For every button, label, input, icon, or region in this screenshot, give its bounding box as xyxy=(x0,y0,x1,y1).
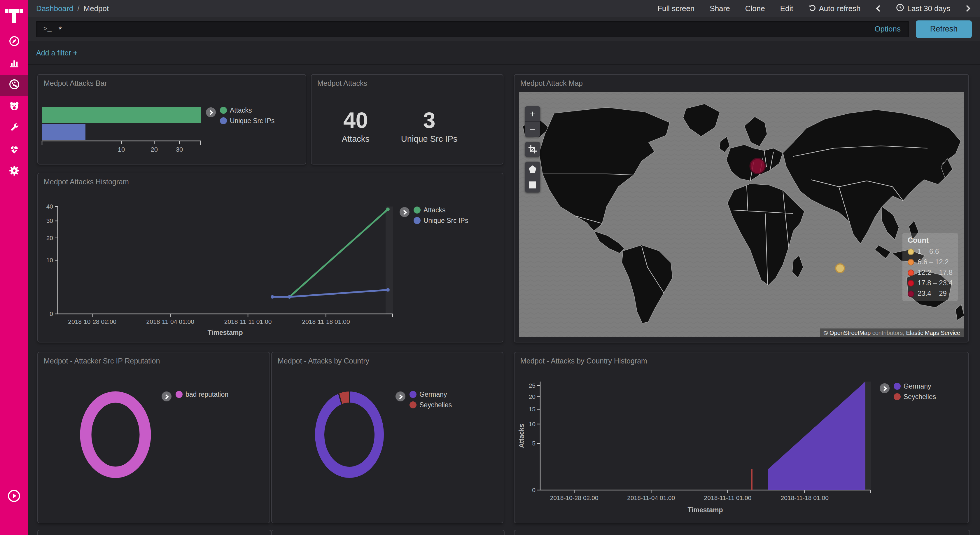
svg-text:25: 25 xyxy=(529,382,536,389)
legend-item[interactable]: Unique Src IPs xyxy=(220,117,274,124)
bear-icon xyxy=(8,100,20,115)
attacks-line-chart: 0102030402018-10-28 02:002018-11-04 01:0… xyxy=(38,173,504,346)
svg-text:15: 15 xyxy=(529,406,536,412)
svg-text:20: 20 xyxy=(46,234,53,241)
sidebar-items xyxy=(0,32,28,183)
panel-medpot-attacks-histogram: Medpot Attacks Histogram 0102030402018-1… xyxy=(37,173,503,342)
time-forward-button[interactable] xyxy=(966,5,970,12)
svg-text:5: 5 xyxy=(532,440,536,447)
clone-button[interactable]: Clone xyxy=(745,4,765,13)
svg-text:20: 20 xyxy=(529,393,536,400)
legend-item[interactable]: Unique Src IPs xyxy=(414,217,468,224)
add-filter-link[interactable]: Add a filter + xyxy=(36,48,78,57)
panel-below-fold xyxy=(514,530,970,535)
legend-item[interactable]: bad reputation xyxy=(176,391,228,398)
legend-item[interactable]: Attacks xyxy=(414,207,468,213)
legend-toggle-icon[interactable] xyxy=(206,107,216,117)
legend-toggle-icon[interactable] xyxy=(399,207,409,217)
sidebar-item-visualize[interactable] xyxy=(0,53,28,75)
legend-item[interactable]: Germany xyxy=(409,391,452,398)
fit-data-bounds-icon[interactable] xyxy=(525,142,540,157)
legend-toggle-icon[interactable] xyxy=(396,392,406,401)
attribution-link[interactable]: © OpenStreetMap xyxy=(824,330,871,336)
kibana-dashboard: Dashboard / Medpot Full screen Share Clo… xyxy=(0,0,980,535)
svg-text:2018-11-11 01:00: 2018-11-11 01:00 xyxy=(224,318,272,325)
sidebar-item-dev-tools[interactable] xyxy=(0,118,28,139)
breadcrumb-dashboard-link[interactable]: Dashboard xyxy=(36,4,73,13)
plus-icon: + xyxy=(73,48,78,57)
legend-color-dot xyxy=(409,401,417,408)
map-legend-item: 23.4 – 29 xyxy=(908,289,953,298)
legend-item[interactable]: Seychelles xyxy=(409,401,452,408)
search-input[interactable]: >_ * Options xyxy=(36,21,909,37)
sidebar-collapse-toggle[interactable] xyxy=(0,487,28,505)
panel-country-histogram: Medpot - Attacks by Country Histogram 05… xyxy=(514,352,969,523)
sidebar-item-dashboard[interactable] xyxy=(0,75,28,96)
legend-color-dot xyxy=(894,393,900,400)
sidebar-item-monitoring[interactable] xyxy=(0,139,28,161)
sidebar-item-t-pot[interactable] xyxy=(0,96,28,118)
svg-text:40: 40 xyxy=(46,203,53,210)
svg-text:10: 10 xyxy=(118,146,125,153)
legend-color-dot xyxy=(894,383,900,390)
chart-legend: AttacksUnique Src IPs xyxy=(399,207,468,224)
draw-polygon-icon[interactable] xyxy=(525,162,540,177)
auto-refresh-button[interactable]: Auto-refresh xyxy=(808,4,861,13)
attack-bubble-seychelles[interactable] xyxy=(835,264,845,272)
legend-color-dot xyxy=(220,117,227,124)
bar-chart-icon xyxy=(8,57,20,71)
metric-unique-src-ips: 3 Unique Src IPs xyxy=(401,109,457,143)
zoom-in-button[interactable]: + xyxy=(525,106,540,121)
sidebar-item-discover[interactable] xyxy=(0,32,28,53)
svg-text:Timestamp: Timestamp xyxy=(207,329,243,336)
legend-toggle-icon[interactable] xyxy=(162,392,172,401)
panel-src-ip-reputation: Medpot - Attacker Src IP Reputation bad … xyxy=(37,352,270,523)
nav-actions: Full screen Share Clone Edit Auto-refres… xyxy=(657,3,980,13)
metric-attacks: 40 Attacks xyxy=(342,109,369,143)
legend-item[interactable]: Germany xyxy=(894,383,936,390)
panel-medpot-attack-map: Medpot Attack Map xyxy=(514,74,969,342)
legend-toggle-icon[interactable] xyxy=(880,383,889,393)
heartbeat-icon xyxy=(8,143,20,158)
sidebar-item-management[interactable] xyxy=(0,161,28,183)
svg-text:2018-10-28 02:00: 2018-10-28 02:00 xyxy=(68,318,116,325)
legend-item[interactable]: Seychelles xyxy=(894,393,936,400)
chart-legend: bad reputation xyxy=(162,391,228,401)
map-legend-item: 6.6 – 12.2 xyxy=(908,258,953,266)
query-options-link[interactable]: Options xyxy=(874,24,900,33)
map-controls: + − xyxy=(525,106,540,193)
telekom-t-logo[interactable] xyxy=(0,0,28,32)
refresh-button[interactable]: Refresh xyxy=(916,20,972,38)
svg-text:2018-11-18 01:00: 2018-11-18 01:00 xyxy=(302,318,350,325)
map-legend-item: 12.2 – 17.8 xyxy=(908,268,953,277)
panel-title[interactable]: Medpot Attack Map xyxy=(520,80,583,88)
svg-text:2018-11-04 01:00: 2018-11-04 01:00 xyxy=(627,494,675,501)
panel-medpot-attacks-bar: Medpot Attacks Bar 102030 AttacksUnique … xyxy=(37,74,306,164)
svg-text:2018-11-18 01:00: 2018-11-18 01:00 xyxy=(781,494,829,501)
breadcrumb-separator: / xyxy=(77,4,80,13)
svg-text:20: 20 xyxy=(151,146,158,153)
query-value[interactable]: * xyxy=(59,24,875,33)
chart-legend: AttacksUnique Src IPs xyxy=(206,107,274,124)
attribution-link[interactable]: Elastic Maps Service xyxy=(906,330,960,336)
map-count-legend: Count 1 – 6.66.6 – 12.212.2 – 17.817.8 –… xyxy=(902,233,958,301)
edit-button[interactable]: Edit xyxy=(780,4,793,13)
panel-title[interactable]: Medpot Attacks Bar xyxy=(44,80,107,88)
share-button[interactable]: Share xyxy=(710,4,730,13)
panel-medpot-attacks-metric: Medpot Attacks 40 Attacks 3 Unique Src I… xyxy=(311,74,503,164)
attack-bubble-germany[interactable] xyxy=(750,158,765,174)
query-prompt-icon: >_ xyxy=(43,25,52,33)
attacks-bar-chart: 102030 xyxy=(41,107,222,160)
zoom-out-button[interactable]: − xyxy=(525,121,540,137)
legend-item[interactable]: Attacks xyxy=(220,107,274,114)
legend-title: Count xyxy=(908,236,953,244)
compass-icon xyxy=(8,35,20,49)
chart-legend: GermanySeychelles xyxy=(880,383,936,400)
full-screen-button[interactable]: Full screen xyxy=(657,4,694,13)
world-map[interactable]: + − Count xyxy=(519,92,964,337)
time-picker-button[interactable]: Last 30 days xyxy=(896,3,950,13)
sidebar xyxy=(0,0,28,535)
time-back-button[interactable] xyxy=(876,5,881,12)
legend-color-dot xyxy=(220,107,227,114)
draw-rectangle-icon[interactable] xyxy=(525,177,540,193)
